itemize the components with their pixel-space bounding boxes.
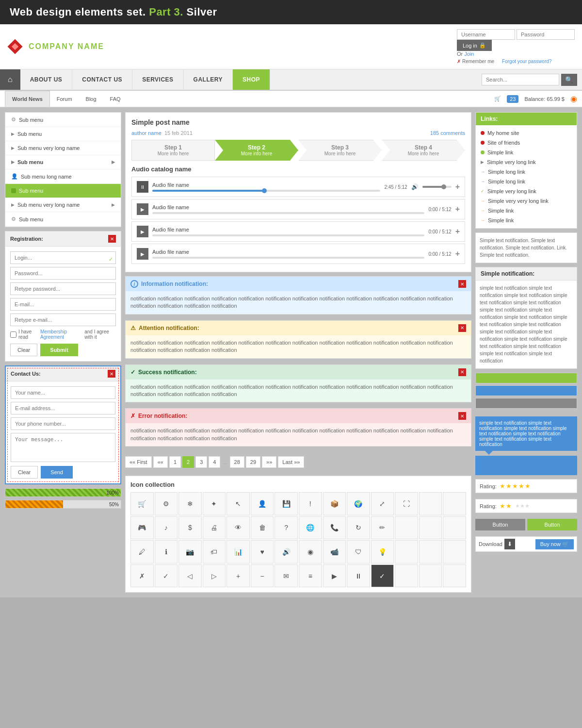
icon-box[interactable]: 📦 [323, 492, 346, 515]
step-2[interactable]: Step 2 More info here [215, 140, 298, 161]
icon-user[interactable]: 👤 [251, 492, 274, 515]
sub-nav-faq[interactable]: FAQ [103, 91, 128, 107]
link-item-7[interactable]: ✓ Simple very long link [476, 186, 577, 196]
nav-home[interactable]: ⌂ [0, 69, 20, 90]
info-notif-close[interactable]: ✕ [458, 280, 466, 288]
link-item-2[interactable]: Site of friends [476, 138, 577, 148]
icon-tools[interactable]: ⚙ [155, 492, 178, 515]
link-item-6[interactable]: → Simple long link [476, 177, 577, 186]
sub-menu-item-2[interactable]: ▶ Sub menu [5, 127, 121, 141]
audio-progress-track-1[interactable] [152, 190, 380, 192]
audio-progress-track-3[interactable] [152, 234, 424, 236]
next-page-button[interactable]: »» [262, 456, 276, 468]
sub-menu-item-7[interactable]: ▶ Sub menu very long name ▶ [5, 198, 121, 212]
icon-trash[interactable]: 🗑 [251, 516, 274, 540]
icon-print[interactable]: 🖨 [203, 516, 226, 540]
page-2-button[interactable]: 2 [182, 456, 194, 468]
forgot-password-link[interactable]: Forgot your password? [502, 59, 551, 64]
sub-nav-forum[interactable]: Forum [50, 91, 79, 107]
play-button-2[interactable]: ▶ [137, 203, 148, 215]
pause-button-1[interactable]: ⏸ [137, 181, 148, 193]
membership-link[interactable]: Membership Agreement [40, 329, 82, 340]
search-button[interactable]: 🔍 [561, 74, 577, 86]
icon-music[interactable]: ♪ [155, 516, 178, 540]
page-28-button[interactable]: 28 [230, 456, 244, 468]
contact-message-input[interactable] [11, 433, 115, 462]
icon-check[interactable]: ✓ [155, 564, 178, 588]
contact-email-input[interactable] [11, 402, 115, 414]
contact-name-input[interactable] [11, 386, 115, 399]
nav-about-us[interactable]: ABOUT US [20, 69, 73, 90]
icon-chart[interactable]: 📊 [226, 540, 250, 563]
icon-speaker[interactable]: 🔊 [275, 540, 298, 563]
page-1-button[interactable]: 1 [169, 456, 181, 468]
icon-eye[interactable]: 👁 [226, 516, 250, 540]
password-input[interactable] [517, 29, 575, 40]
contact-close-button[interactable]: ✕ [108, 370, 115, 378]
icon-dollar[interactable]: $ [178, 516, 202, 540]
contact-send-button[interactable]: Send [41, 466, 73, 479]
link-item-1[interactable]: My home site [476, 128, 577, 138]
icon-cursor[interactable]: ↖ [226, 492, 250, 515]
membership-checkbox[interactable] [10, 331, 16, 338]
button-1[interactable]: Button [475, 519, 525, 530]
play-button-3[interactable]: ▶ [137, 226, 148, 237]
reg-submit-button[interactable]: Submit [40, 344, 78, 356]
icon-pause[interactable]: ⏸ [347, 564, 370, 588]
icon-camera[interactable]: 📷 [178, 540, 202, 563]
icon-mail[interactable]: ✉ [275, 564, 298, 588]
sub-nav-blog[interactable]: Blog [79, 91, 103, 107]
icon-expand[interactable]: ⤢ [371, 492, 394, 515]
sub-menu-item-3[interactable]: ▶ Sub menu very long name [5, 141, 121, 155]
icon-earth[interactable]: 🌍 [347, 492, 370, 515]
nav-contact-us[interactable]: CONTACT US [72, 69, 132, 90]
icon-tag[interactable]: 🏷 [203, 540, 226, 563]
icon-plus[interactable]: + [226, 564, 250, 588]
icon-rss[interactable]: ◉ [299, 540, 322, 563]
retype-email-input[interactable] [10, 314, 116, 326]
contact-clear-button[interactable]: Clear [11, 466, 38, 479]
icon-refresh[interactable]: ↻ [347, 516, 370, 540]
icon-phone[interactable]: 📞 [323, 516, 346, 540]
icon-shield[interactable]: 🛡 [347, 540, 370, 563]
nav-shop[interactable]: SHOP [233, 69, 270, 90]
icon-list[interactable]: ≡ [299, 564, 322, 588]
nav-gallery[interactable]: GALLERY [184, 69, 233, 90]
audio-progress-track-4[interactable] [152, 257, 424, 259]
icon-close[interactable]: ✗ [130, 564, 154, 588]
step-4[interactable]: Step 4 More info here [382, 140, 465, 161]
link-item-10[interactable]: → Simple link [476, 215, 577, 225]
comments-link[interactable]: 185 comments [430, 130, 465, 136]
add-button-4[interactable]: + [455, 249, 460, 258]
icon-pen[interactable]: 🖊 [130, 540, 154, 563]
step-3[interactable]: Step 3 More info here [298, 140, 382, 161]
last-page-button[interactable]: Last »» [278, 456, 304, 468]
first-page-button[interactable]: «« First [125, 456, 152, 468]
link-item-9[interactable]: → Simple link [476, 206, 577, 215]
add-button-3[interactable]: + [455, 227, 460, 236]
search-input[interactable] [482, 74, 559, 85]
add-button-2[interactable]: + [455, 205, 460, 214]
error-notif-close[interactable]: ✕ [458, 412, 466, 420]
icon-snowflake[interactable]: ❄ [178, 492, 202, 515]
nav-services[interactable]: SERVICES [132, 69, 183, 90]
icon-star[interactable]: ✦ [203, 492, 226, 515]
link-item-8[interactable]: → Simple very very long link [476, 196, 577, 206]
icon-heart[interactable]: ♥ [251, 540, 274, 563]
step-1[interactable]: Step 1 More info here [131, 140, 215, 161]
icon-save[interactable]: 💾 [275, 492, 298, 515]
sub-menu-item-8[interactable]: ⚙ Sub menu [5, 212, 121, 227]
icon-bulb[interactable]: 💡 [371, 540, 394, 563]
contact-phone-input[interactable] [11, 417, 115, 430]
login-input[interactable] [10, 251, 116, 264]
play-button-4[interactable]: ▶ [137, 248, 148, 260]
password-input[interactable] [10, 267, 116, 280]
icon-video[interactable]: 📹 [323, 540, 346, 563]
sub-menu-item-1[interactable]: ⚙ Sub menu [5, 113, 121, 127]
prev-page-button[interactable]: «« [153, 456, 168, 468]
username-input[interactable] [457, 29, 515, 40]
audio-progress-track-2[interactable] [152, 212, 424, 214]
icon-cart[interactable]: 🛒 [130, 492, 154, 515]
icon-question[interactable]: ? [275, 516, 298, 540]
button-2[interactable]: Button [527, 519, 577, 530]
